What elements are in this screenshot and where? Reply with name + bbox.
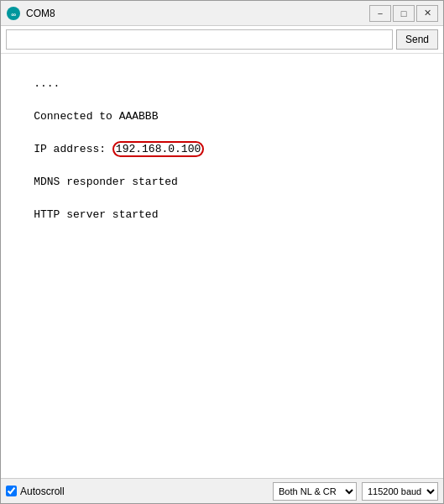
baud-rate-dropdown[interactable]: 115200 baud 9600 baud 57600 baud 230400 … <box>362 482 438 501</box>
minimize-button[interactable]: − <box>369 5 391 22</box>
output-line-connected: Connected to AAABBB <box>34 110 158 123</box>
autoscroll-container: Autoscroll <box>6 486 65 497</box>
svg-text:∞: ∞ <box>11 11 16 18</box>
close-button[interactable]: ✕ <box>416 5 438 22</box>
output-line-dots: .... <box>34 77 60 90</box>
output-line-http: HTTP server started <box>34 208 158 221</box>
send-button[interactable]: Send <box>396 29 438 50</box>
output-line-ip: IP address: 192.168.0.100 <box>34 141 204 157</box>
arduino-serial-monitor: ∞ COM8 − □ ✕ Send .... Connected to AAAB… <box>0 0 444 504</box>
title-bar: ∞ COM8 − □ ✕ <box>1 1 443 26</box>
status-bar: Autoscroll Both NL & CR No line ending N… <box>1 478 443 503</box>
window-controls: − □ ✕ <box>369 5 438 22</box>
autoscroll-checkbox[interactable] <box>6 486 17 496</box>
window-title: COM8 <box>26 8 369 19</box>
serial-input[interactable] <box>6 29 393 50</box>
maximize-button[interactable]: □ <box>393 5 415 22</box>
autoscroll-label[interactable]: Autoscroll <box>20 486 65 497</box>
app-icon: ∞ <box>6 6 21 21</box>
output-line-mdns: MDNS responder started <box>34 176 178 188</box>
line-ending-dropdown[interactable]: Both NL & CR No line ending Newline Carr… <box>273 482 357 501</box>
output-area: .... Connected to AAABBB IP address: 192… <box>1 54 443 478</box>
input-row: Send <box>1 26 443 54</box>
ip-address: 192.168.0.100 <box>112 141 204 157</box>
